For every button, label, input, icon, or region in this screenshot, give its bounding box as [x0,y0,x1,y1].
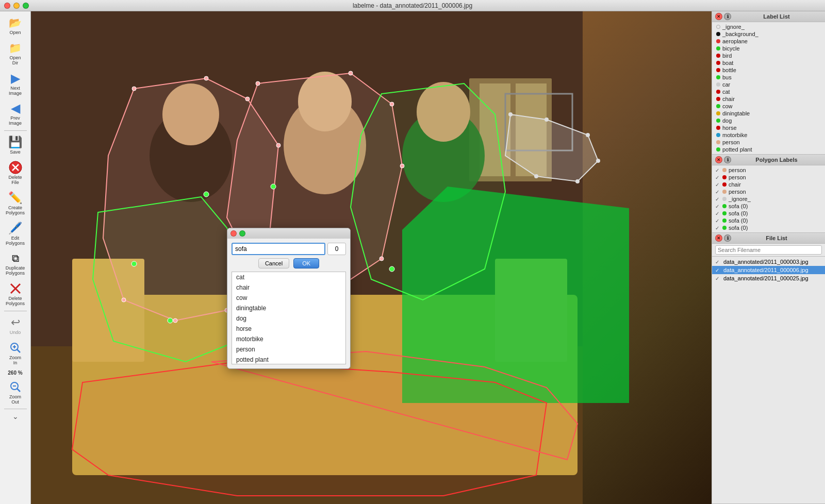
label-name: dog [722,117,732,124]
scroll-down-icon[interactable]: ⌄ [11,411,20,422]
polygon-label-item[interactable]: ✓sofa (0) [712,210,825,217]
polygon-label-item[interactable]: ✓person [712,174,825,181]
tool-zoom-in[interactable]: ZoomIn [2,339,29,368]
label-item[interactable]: bus [712,74,825,81]
label-item[interactable]: _background_ [712,30,825,38]
svg-rect-19 [72,259,144,362]
tool-next-image[interactable]: ▶ NextImage [2,69,29,98]
label-name: chair [722,96,735,102]
right-panels: ✕ ℹ Label List _ignore__background_aerop… [712,11,825,504]
polygon-label-item[interactable]: ✓sofa (0) [712,217,825,224]
file-search-input[interactable] [715,245,822,255]
tool-save[interactable]: 💾 Save [2,133,29,157]
label-input[interactable] [232,243,325,255]
tool-delete-polygons[interactable]: DeletePolygons [2,279,29,309]
label-item[interactable]: chair [712,95,825,103]
tool-delete-file[interactable]: DeleteFile [2,158,29,188]
poly-dot [722,182,727,187]
label-list-info-btn[interactable]: ℹ [724,13,731,20]
label-name: bus [722,74,732,80]
tool-create-polygons[interactable]: ✏️ CreatePolygons [2,189,29,218]
label-item[interactable]: person [712,139,825,146]
label-item[interactable]: cow [712,103,825,110]
poly-checkmark: ✓ [715,167,720,173]
polygon-label-item[interactable]: ✓person [712,188,825,195]
polygon-label-item[interactable]: ✓sofa (0) [712,203,825,210]
label-name: _ignore_ [722,24,745,30]
dialog-list-item[interactable]: chair [232,282,345,293]
tool-next-label: NextImage [9,86,22,96]
label-list-close-btn[interactable]: ✕ [715,13,722,20]
dialog-list-item[interactable]: motorbike [232,334,345,344]
label-dot [716,46,720,51]
zoom-in-icon [8,341,23,355]
tool-duplicate-poly-label: DuplicatePolygons [6,266,25,276]
maximize-button[interactable] [23,3,29,9]
tool-edit-polygons[interactable]: 🖊️ EditPolygons [2,219,29,248]
canvas-area[interactable]: Cancel OK catchaircowdiningtabledoghorse… [31,11,712,504]
label-item[interactable]: motorbike [712,131,825,139]
dialog-list-item[interactable]: person [232,344,345,355]
label-item[interactable]: aeroplane [712,38,825,45]
dialog-list-item[interactable]: cat [232,272,345,282]
dialog-green-btn[interactable] [239,230,245,237]
tool-open-dir[interactable]: 📁 OpenDir [2,39,29,68]
dialog-close-btn[interactable] [230,230,237,237]
poly-labels-info-btn[interactable]: ℹ [724,156,731,163]
label-name: motorbike [722,132,747,138]
label-item[interactable]: _ignore_ [712,23,825,30]
close-button[interactable] [4,3,10,9]
dialog-list-item[interactable]: dog [232,313,345,324]
file-list-close-btn[interactable]: ✕ [715,234,722,242]
dialog-list-item[interactable]: cow [232,293,345,303]
dialog-titlebar [227,228,350,239]
polygon-label-item[interactable]: ✓person [712,166,825,174]
label-list-content[interactable]: _ignore__background_aeroplanebicyclebird… [712,22,825,154]
file-item[interactable]: ✓data_annotated/2011_000025.jpg [712,274,825,282]
polygon-labels-panel: ✕ ℹ Polygon Labels ✓person✓person✓chair✓… [712,155,825,233]
poly-dot [722,175,727,179]
label-item[interactable]: car [712,81,825,88]
label-item[interactable]: boat [712,59,825,66]
label-item[interactable]: horse [712,124,825,131]
polygon-labels-content[interactable]: ✓person✓person✓chair✓person✓_ignore_✓sof… [712,165,825,232]
poly-labels-close-btn[interactable]: ✕ [715,156,722,163]
label-item[interactable]: bicycle [712,45,825,52]
label-item[interactable]: diningtable [712,110,825,117]
file-item[interactable]: ✓data_annotated/2011_000003.jpg [712,258,825,266]
tool-undo[interactable]: ↩ Undo [2,313,29,338]
label-item[interactable]: bird [712,52,825,59]
polygon-label-item[interactable]: ✓sofa (0) [712,224,825,231]
label-item[interactable]: bottle [712,66,825,74]
dialog-list-item[interactable]: potted plant [232,355,345,364]
dialog-ok-button[interactable]: OK [293,258,319,268]
label-name: potted plant [722,146,752,153]
tool-delete-file-label: DeleteFile [8,175,22,186]
tool-duplicate-polygons[interactable]: ⧉ DuplicatePolygons [2,249,29,278]
label-number-input[interactable] [327,243,346,255]
tool-open-dir-label: OpenDir [9,56,21,66]
poly-label-name: person [729,174,746,180]
tool-zoom-out[interactable]: ZoomOut [2,378,29,407]
tool-edit-poly-label: EditPolygons [6,236,25,246]
label-name: car [722,81,730,88]
dialog-list-item[interactable]: horse [232,324,345,334]
dialog-cancel-button[interactable]: Cancel [258,258,289,268]
label-item[interactable]: dog [712,117,825,124]
file-list-header: ✕ ℹ File List [712,233,825,244]
minimize-button[interactable] [13,3,20,9]
svg-line-10 [17,389,20,392]
window-title: labelme - data_annotated/2011_000006.jpg [353,2,472,9]
tool-open[interactable]: 📂 Open [2,13,29,38]
tool-prev-image[interactable]: ◀ PrevImage [2,99,29,128]
polygon-label-item[interactable]: ✓chair [712,181,825,188]
label-item[interactable]: cat [712,88,825,95]
polygon-label-item[interactable]: ✓_ignore_ [712,195,825,203]
file-list-info-btn[interactable]: ℹ [724,234,731,242]
label-dialog: Cancel OK catchaircowdiningtabledoghorse… [227,228,351,369]
dialog-list-item[interactable]: diningtable [232,303,345,313]
file-item[interactable]: ✓data_annotated/2011_000006.jpg [712,266,825,274]
label-item[interactable]: potted plant [712,146,825,153]
svg-point-25 [298,72,352,131]
file-list-content[interactable]: ✓data_annotated/2011_000003.jpg✓data_ann… [712,257,825,503]
